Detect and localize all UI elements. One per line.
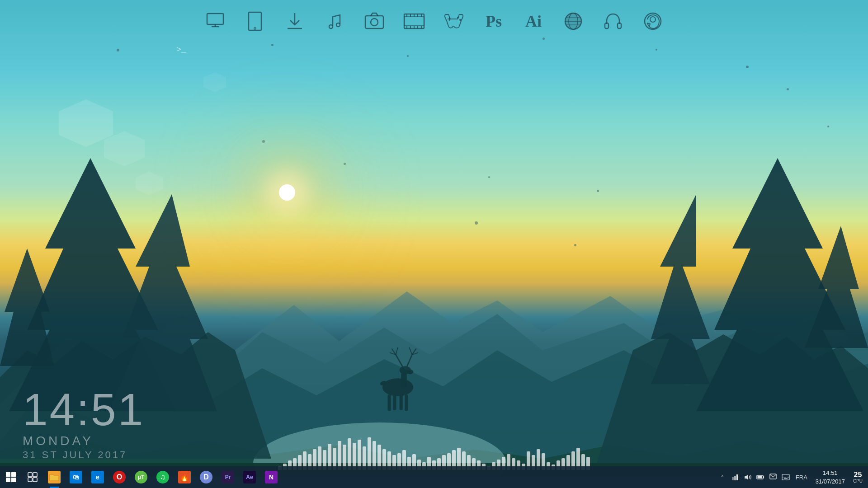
- svg-rect-72: [734, 476, 736, 480]
- dot-10: [344, 163, 346, 165]
- taskbar-app-spotify[interactable]: ♫: [152, 466, 174, 488]
- svg-point-38: [329, 25, 333, 28]
- taskbar-app-opera[interactable]: O: [108, 466, 130, 488]
- tray-keyboard-icon[interactable]: [779, 466, 792, 488]
- desktop-icon-music[interactable]: [321, 5, 348, 37]
- svg-point-35: [254, 28, 256, 29]
- svg-rect-78: [770, 474, 776, 479]
- viz-bar: [338, 441, 341, 470]
- svg-point-65: [645, 13, 661, 29]
- sun: [279, 184, 295, 201]
- svg-rect-70: [33, 478, 37, 482]
- wallpaper: 14:51 MONDAY 31 ST JULY 2017: [0, 0, 868, 488]
- svg-marker-74: [745, 474, 748, 480]
- dot-8: [827, 126, 829, 127]
- svg-rect-15: [401, 373, 407, 388]
- trees-right: [651, 158, 868, 474]
- svg-rect-40: [365, 16, 383, 28]
- start-button[interactable]: [0, 466, 22, 488]
- svg-rect-77: [757, 476, 762, 479]
- desktop-icon-film[interactable]: [401, 5, 428, 37]
- clock-day: MONDAY: [23, 434, 145, 448]
- terminal-prompt[interactable]: >_: [176, 45, 186, 54]
- svg-rect-71: [732, 477, 734, 480]
- svg-rect-26: [388, 394, 391, 411]
- desktop-icon-steam[interactable]: [639, 5, 666, 37]
- svg-rect-27: [393, 394, 396, 410]
- tray-language[interactable]: FRA: [792, 466, 811, 488]
- dot-11: [488, 176, 490, 178]
- svg-point-56: [457, 17, 459, 19]
- svg-rect-28: [400, 394, 403, 410]
- desktop-icon-gamepad[interactable]: [440, 5, 467, 37]
- svg-line-18: [396, 355, 403, 367]
- desktop-icon-camera[interactable]: [361, 5, 388, 37]
- tray-cpu-indicator[interactable]: 25 CPU: [849, 466, 866, 488]
- dot-9: [262, 140, 265, 143]
- svg-point-41: [371, 19, 378, 26]
- taskbar: 🛍 e O μT ♫ 🔥 D Pr Ae N ^: [0, 466, 868, 488]
- taskbar-app-flame[interactable]: 🔥: [174, 466, 195, 488]
- tray-network-icon[interactable]: [729, 466, 741, 488]
- dot-14: [574, 244, 576, 246]
- desktop-icon-monitor[interactable]: [202, 5, 229, 37]
- svg-rect-31: [207, 14, 223, 24]
- viz-bar: [348, 438, 351, 470]
- tray-volume-icon[interactable]: [741, 466, 754, 488]
- cpu-value: 25: [854, 471, 862, 479]
- tray-time: 14:51: [823, 469, 838, 478]
- desktop-icon-photoshop[interactable]: Ps: [480, 5, 507, 37]
- svg-rect-29: [405, 394, 408, 411]
- svg-line-22: [407, 355, 412, 367]
- audio-visualizer: [278, 434, 590, 470]
- desktop-icon-download[interactable]: [281, 5, 308, 37]
- taskbar-app-after-effects[interactable]: Ae: [239, 466, 260, 488]
- svg-point-66: [650, 17, 656, 22]
- deer-silhouette: [371, 334, 425, 416]
- svg-point-39: [336, 23, 340, 27]
- svg-marker-10: [0, 249, 54, 366]
- taskbar-app-discord[interactable]: D: [195, 466, 217, 488]
- svg-rect-43: [404, 17, 424, 26]
- taskbar-app-premiere[interactable]: Pr: [217, 466, 239, 488]
- taskbar-app-store[interactable]: 🛍: [65, 466, 87, 488]
- tray-date: 31/07/2017: [816, 477, 845, 486]
- taskbar-task-view[interactable]: [22, 466, 43, 488]
- dot-12: [597, 190, 599, 192]
- clock-time: 14:51: [23, 387, 145, 432]
- ps-text: Ps: [486, 12, 502, 31]
- desktop-icon-headphones[interactable]: [599, 5, 627, 37]
- desktop-icon-tablet[interactable]: [241, 5, 269, 37]
- svg-line-20: [396, 347, 398, 355]
- svg-point-17: [407, 369, 413, 374]
- desktop-icons-row: Ps Ai: [188, 0, 680, 42]
- taskbar-app-edge[interactable]: e: [87, 466, 108, 488]
- svg-rect-67: [28, 473, 32, 477]
- svg-point-14: [382, 378, 413, 396]
- tray-notification-icon[interactable]: [767, 466, 779, 488]
- dot-13: [475, 221, 478, 225]
- svg-point-57: [459, 19, 461, 21]
- desktop-icon-roundel[interactable]: [560, 5, 587, 37]
- tray-clock[interactable]: 14:51 31/07/2017: [811, 466, 849, 488]
- viz-bar: [373, 441, 376, 470]
- dot-6: [746, 66, 749, 68]
- dot-7: [787, 88, 789, 90]
- svg-rect-68: [33, 473, 37, 477]
- windows-logo: [6, 472, 16, 482]
- desktop-icon-illustrator[interactable]: Ai: [520, 5, 547, 37]
- taskbar-app-onenote[interactable]: N: [260, 466, 282, 488]
- viz-bar: [353, 443, 356, 470]
- dot-3: [407, 55, 409, 57]
- taskbar-app-utorrent[interactable]: μT: [130, 466, 152, 488]
- svg-rect-73: [736, 474, 738, 480]
- tray-battery-icon[interactable]: [754, 466, 767, 488]
- taskbar-app-file-explorer[interactable]: [43, 466, 65, 488]
- svg-rect-69: [28, 478, 32, 482]
- taskbar-tray: ^: [716, 466, 868, 488]
- tray-expand-button[interactable]: ^: [716, 466, 729, 488]
- svg-rect-76: [763, 476, 764, 478]
- dot-1: [117, 49, 119, 52]
- viz-bar: [368, 437, 371, 470]
- ai-text: Ai: [525, 12, 542, 31]
